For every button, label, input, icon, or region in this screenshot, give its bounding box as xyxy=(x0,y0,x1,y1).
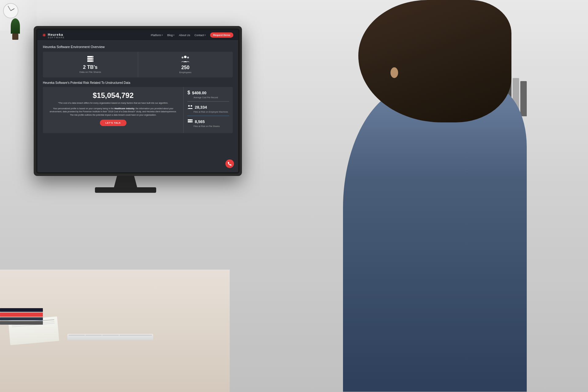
logo-area: ✳ Heureka SOFTWARE xyxy=(42,32,65,39)
risk-right-panel: $ $408.00 Average Cost Per Record xyxy=(184,87,233,133)
books-stack xyxy=(0,308,43,325)
risk-description: Your personalized profile is based on yo… xyxy=(48,107,179,117)
nav-platform[interactable]: Platform ▾ xyxy=(151,34,163,37)
fileshare-icon xyxy=(187,119,193,124)
nav-about[interactable]: About Us xyxy=(179,34,190,37)
chevron-icon: ▾ xyxy=(162,34,163,36)
dollar-icon: $ xyxy=(187,90,190,95)
keyboard xyxy=(67,334,153,340)
svg-point-7 xyxy=(182,57,183,58)
people-icon xyxy=(181,55,190,64)
svg-point-10 xyxy=(191,105,192,107)
svg-point-4 xyxy=(92,59,93,59)
employee-files-icon xyxy=(187,105,193,110)
monitor-outer: ✳ Heureka SOFTWARE Platform ▾ Blog ▾ xyxy=(34,26,242,176)
chevron-icon: ▾ xyxy=(205,34,206,36)
risk-amount: $15,054,792 xyxy=(93,91,134,100)
overview-title: Heureka Software Environment Overview xyxy=(43,45,233,49)
monitor-screen: ✳ Heureka SOFTWARE Platform ▾ Blog ▾ xyxy=(37,30,238,172)
svg-point-14 xyxy=(192,121,192,122)
svg-point-3 xyxy=(92,57,93,57)
svg-point-13 xyxy=(192,120,192,120)
svg-point-6 xyxy=(184,56,187,58)
nav-blog[interactable]: Blog ▾ xyxy=(167,34,175,37)
logo-text: Heureka xyxy=(48,33,63,36)
monitor-bezel: ✳ Heureka SOFTWARE Platform ▾ Blog ▾ xyxy=(36,28,239,174)
phone-fab[interactable] xyxy=(225,159,234,168)
metric-fileshare-files: 8,565 Files at Risk on File Shares xyxy=(187,119,229,130)
stat-storage: 2 TB's Data on File Shares xyxy=(43,52,138,77)
risk-disclaimer: *The cost of a data breach differs for e… xyxy=(58,102,168,105)
demo-button[interactable]: Request Demo xyxy=(210,32,233,38)
metric-cost-label: Average Cost Per Record xyxy=(187,96,229,99)
metric-cost-top: $ $408.00 xyxy=(187,90,229,95)
employees-label: Employees xyxy=(179,71,191,74)
svg-point-9 xyxy=(188,105,190,107)
storage-label: Data on File Shares xyxy=(79,71,101,73)
logo-icon: ✳ xyxy=(42,33,46,38)
monitor-base xyxy=(95,187,156,193)
content-area: Heureka Software Environment Overview xyxy=(37,41,238,172)
risk-container: $15,054,792 *The cost of a data breach d… xyxy=(43,87,233,133)
svg-point-8 xyxy=(187,57,189,58)
plant-decoration xyxy=(6,18,24,43)
metric-employee-label: Files at Risk on Employee Machines xyxy=(187,110,229,113)
industry-text: Healthcare industry xyxy=(114,107,134,110)
storage-value: 2 TB's xyxy=(83,65,97,70)
metric-employee-value: 28,334 xyxy=(195,105,207,110)
nav-links: Platform ▾ Blog ▾ About Us Contact ▾ Req… xyxy=(151,32,233,38)
clock-decoration xyxy=(3,3,18,18)
chevron-icon: ▾ xyxy=(173,34,175,36)
metric-fileshare-value: 8,565 xyxy=(195,119,205,124)
metric-fileshare-label: Files at Risk on File Shares xyxy=(187,125,229,128)
metric-employee-top: 28,334 xyxy=(187,105,229,110)
server-icon xyxy=(87,56,94,63)
metric-cost-value: $408.00 xyxy=(192,91,206,95)
navbar: ✳ Heureka SOFTWARE Platform ▾ Blog ▾ xyxy=(37,30,238,41)
employees-value: 250 xyxy=(181,65,190,70)
risk-section-title: Heureka Software's Potential Risk Relate… xyxy=(43,81,233,84)
metric-fileshare-top: 8,565 xyxy=(187,119,229,124)
stats-row: 2 TB's Data on File Shares xyxy=(43,52,233,77)
nav-contact[interactable]: Contact ▾ xyxy=(194,34,206,37)
metric-cost: $ $408.00 Average Cost Per Record xyxy=(187,90,229,102)
logo-text-group: Heureka SOFTWARE xyxy=(48,32,65,39)
risk-left-panel: $15,054,792 *The cost of a data breach d… xyxy=(43,87,184,133)
metric-employee-files: 28,334 Files at Risk on Employee Machine… xyxy=(187,105,229,116)
lets-talk-button[interactable]: LET'S TALK xyxy=(100,120,126,126)
stat-employees: 250 Employees xyxy=(138,52,233,77)
svg-point-5 xyxy=(92,61,93,62)
logo-sub: SOFTWARE xyxy=(48,36,65,39)
person-silhouette xyxy=(328,0,588,392)
